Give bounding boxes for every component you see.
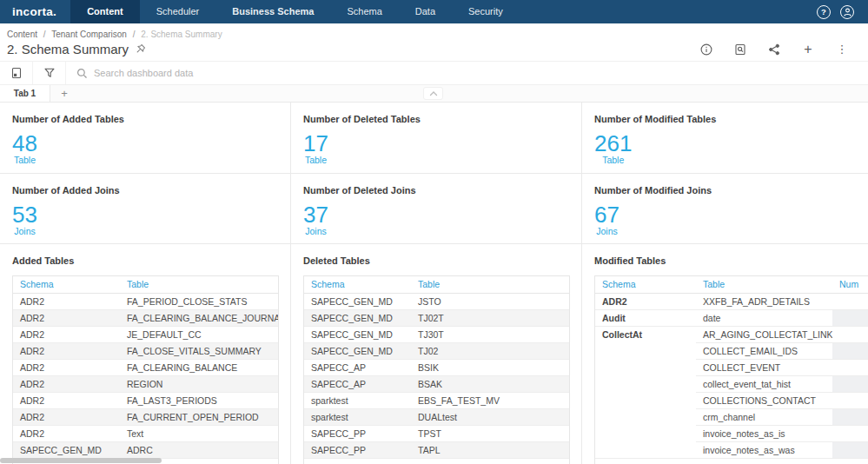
kpi-deleted-tables: Number of Deleted Tables 17 Table bbox=[291, 103, 582, 174]
table-cell: sparktest bbox=[304, 393, 411, 409]
kpi-value: 67 bbox=[594, 203, 620, 226]
added-tables-table: SchemaTableADR2FA_PERIOD_CLOSE_STATSADR2… bbox=[12, 275, 279, 464]
collapse-header-button[interactable] bbox=[423, 87, 443, 100]
table-row[interactable]: ADR2FA_CLOSE_VITALS_SUMMARY bbox=[13, 343, 278, 360]
column-header-num[interactable]: Num bbox=[832, 276, 868, 294]
table-row[interactable]: SAPECC_APBSIK bbox=[304, 360, 569, 376]
table-row[interactable]: ADR2FA_CLEARING_BALANCE bbox=[13, 360, 278, 376]
horizontal-scrollbar[interactable] bbox=[0, 458, 162, 463]
table-row[interactable]: SAPECC_GEN_MDTJ02T bbox=[304, 310, 569, 327]
breadcrumb-separator: / bbox=[43, 30, 46, 39]
table-row[interactable]: ADR2FA_CLEARING_BALANCE_JOURNAL_DETS bbox=[13, 310, 278, 327]
info-icon[interactable] bbox=[699, 43, 713, 56]
table-row[interactable]: ADR2FA_PERIOD_CLOSE_STATS bbox=[13, 294, 278, 310]
kpi-unit: Table bbox=[303, 155, 328, 165]
table-cell: SAPECC_GEN_MD bbox=[304, 343, 411, 360]
column-header-schema[interactable]: Schema bbox=[304, 276, 411, 294]
table-cell bbox=[832, 409, 868, 426]
filter-icon[interactable] bbox=[33, 62, 66, 84]
table-cell: EBS_FA_TEST_MV bbox=[411, 393, 569, 409]
kpi-deleted-joins: Number of Deleted Joins 37 Joins bbox=[291, 174, 582, 244]
nav-item-data[interactable]: Data bbox=[399, 0, 452, 23]
kpi-unit: Joins bbox=[594, 226, 620, 236]
tab-1[interactable]: Tab 1 bbox=[0, 85, 50, 102]
table-row[interactable]: sparktestEBS_FA_TEST_MV bbox=[304, 393, 569, 409]
table-cell: ADR2 bbox=[13, 360, 120, 376]
table-cell: COLLECTIONS_CONTACT bbox=[696, 393, 832, 409]
kpi-value: 261 bbox=[594, 132, 632, 155]
table-cell: FA_LAST3_PERIODS bbox=[120, 393, 278, 409]
table-cell: SAPECC_AP bbox=[304, 376, 411, 393]
table-row[interactable]: ADR2FA_LAST3_PERIODS bbox=[13, 393, 278, 409]
user-account-icon[interactable] bbox=[840, 5, 854, 19]
table-row[interactable]: SAPECC_GEN_MDADRC bbox=[13, 442, 278, 459]
kpi-value: 48 bbox=[12, 132, 37, 155]
table-row[interactable]: SAPECC_GEN_MDJSTO bbox=[304, 294, 569, 310]
kpi-unit: Joins bbox=[303, 226, 328, 236]
table-row[interactable]: Auditdate bbox=[595, 310, 868, 327]
table-row[interactable]: invoice_notes_as_is bbox=[595, 426, 868, 442]
dashboard-grid: Number of Added Tables 48 Table Number o… bbox=[0, 103, 868, 464]
table-row[interactable]: COLLECTIONS_CONTACT bbox=[595, 393, 868, 409]
table-row[interactable]: COLLECT_EMAIL_IDS bbox=[595, 343, 868, 360]
table-cell: ADR2 bbox=[13, 294, 120, 310]
breadcrumb-tenant-comparison[interactable]: Tenant Comparison bbox=[51, 30, 127, 39]
row-count-status: Displaying 17 rows bbox=[304, 458, 569, 464]
table-row[interactable]: ADR2FA_CURRENT_OPEN_PERIOD bbox=[13, 409, 278, 426]
breadcrumb-schema-summary: 2. Schema Summary bbox=[141, 30, 222, 39]
add-tab-button[interactable]: + bbox=[50, 85, 78, 102]
table-row[interactable]: sparktestDUALtest bbox=[304, 409, 569, 426]
table-row[interactable]: SAPECC_PPTPST bbox=[304, 426, 569, 442]
table-row[interactable]: SAPECC_APBSAK bbox=[304, 376, 569, 393]
table-row[interactable]: invoice_notes_as_was bbox=[595, 442, 868, 459]
table-cell: invoice_notes_as_is bbox=[696, 426, 832, 442]
table-cell: FA_CURRENT_OPEN_PERIOD bbox=[120, 409, 278, 426]
nav-item-content[interactable]: Content bbox=[70, 0, 140, 23]
table-row[interactable]: crm_channel bbox=[595, 409, 868, 426]
column-header-schema[interactable]: Schema bbox=[13, 276, 120, 294]
breadcrumb-separator: / bbox=[133, 30, 136, 39]
column-header-table[interactable]: Table bbox=[696, 276, 832, 294]
nav-item-business-schema[interactable]: Business Schema bbox=[215, 0, 330, 23]
column-header-table[interactable]: Table bbox=[411, 276, 569, 294]
search-input[interactable] bbox=[94, 68, 441, 78]
table-cell: AR_AGING_COLLECTAT_LINK bbox=[696, 327, 832, 343]
kpi-label: Number of Deleted Tables bbox=[303, 114, 569, 124]
share-icon[interactable] bbox=[767, 43, 781, 56]
nav-item-security[interactable]: Security bbox=[452, 0, 520, 23]
breadcrumb: Content / Tenant Comparison / 2. Schema … bbox=[0, 23, 868, 39]
table-row[interactable]: ADR2REGION bbox=[13, 376, 278, 393]
pin-icon[interactable] bbox=[135, 43, 146, 55]
table-row[interactable]: SAPECC_PPTAPL bbox=[304, 442, 569, 459]
table-cell: SAPECC_GEN_MD bbox=[304, 327, 411, 343]
table-row[interactable]: ADR2JE_DEFAULT_CC bbox=[13, 327, 278, 343]
table-cell: FA_CLOSE_VITALS_SUMMARY bbox=[120, 343, 278, 360]
report-search-icon[interactable] bbox=[733, 43, 747, 56]
title-row: 2. Schema Summary + ⋮ bbox=[0, 39, 868, 61]
table-cell bbox=[832, 310, 868, 327]
table-cell bbox=[832, 294, 868, 310]
nav-items: Content Scheduler Business Schema Schema… bbox=[70, 0, 520, 23]
table-cell: XXFB_FA_ADR_DETAILS bbox=[696, 294, 832, 310]
dashboard-toolbar bbox=[0, 61, 868, 85]
column-header-table[interactable]: Table bbox=[120, 276, 278, 294]
more-options-icon[interactable]: ⋮ bbox=[835, 43, 849, 56]
nav-item-scheduler[interactable]: Scheduler bbox=[140, 0, 216, 23]
column-header-schema[interactable]: Schema bbox=[595, 276, 696, 294]
table-row[interactable]: SAPECC_GEN_MDTJ02 bbox=[304, 343, 569, 360]
table-row[interactable]: ADR2XXFB_FA_ADR_DETAILS bbox=[595, 294, 868, 310]
table-row[interactable]: ADR2Text bbox=[13, 426, 278, 442]
nav-item-schema[interactable]: Schema bbox=[330, 0, 398, 23]
kpi-modified-tables: Number of Modified Tables 261 Table bbox=[582, 103, 868, 174]
help-icon[interactable]: ? bbox=[817, 5, 831, 19]
table-row[interactable]: CollectAtAR_AGING_COLLECTAT_LINK bbox=[595, 327, 868, 343]
table-row[interactable]: COLLECT_EVENT bbox=[595, 360, 868, 376]
table-cell bbox=[832, 376, 868, 393]
table-row[interactable]: collect_event_tat_hist bbox=[595, 376, 868, 393]
bookmark-page-icon[interactable] bbox=[0, 62, 33, 84]
breadcrumb-content[interactable]: Content bbox=[7, 30, 37, 39]
table-cell: BSAK bbox=[411, 376, 569, 393]
table-row[interactable]: SAPECC_GEN_MDTJ30T bbox=[304, 327, 569, 343]
add-insight-icon[interactable]: + bbox=[801, 43, 815, 56]
table-cell: COLLECT_EVENT bbox=[696, 360, 832, 376]
